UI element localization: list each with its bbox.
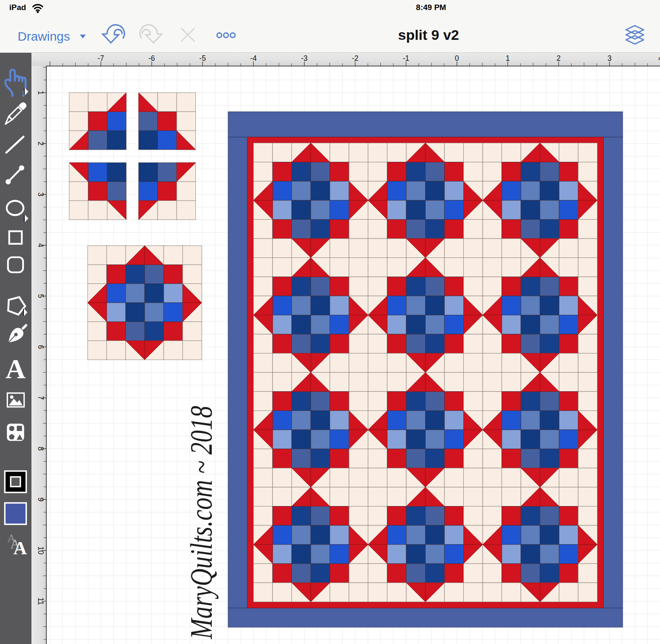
svg-text:5: 5 xyxy=(36,294,45,298)
svg-text:-7: -7 xyxy=(98,54,104,62)
svg-text:8: 8 xyxy=(36,447,45,451)
svg-text:-1: -1 xyxy=(403,54,410,62)
svg-text:7: 7 xyxy=(36,396,45,400)
svg-text:A: A xyxy=(5,353,26,384)
svg-text:10: 10 xyxy=(36,546,45,555)
svg-text:3: 3 xyxy=(36,192,45,197)
svg-text:1: 1 xyxy=(506,54,510,62)
svg-text:3: 3 xyxy=(608,54,612,62)
svg-text:0: 0 xyxy=(455,54,459,62)
svg-text:A: A xyxy=(13,538,27,558)
svg-text:9: 9 xyxy=(36,498,45,502)
svg-text:-6: -6 xyxy=(148,54,155,62)
svg-text:2: 2 xyxy=(36,141,45,145)
svg-text:1: 1 xyxy=(36,91,45,95)
svg-text:-3: -3 xyxy=(301,54,308,62)
svg-text:MaryQuilts.com ~ 2018: MaryQuilts.com ~ 2018 xyxy=(184,406,219,639)
svg-text:4: 4 xyxy=(36,243,45,247)
svg-text:-5: -5 xyxy=(199,54,206,62)
svg-text:4: 4 xyxy=(658,54,660,62)
svg-text:2: 2 xyxy=(556,54,561,62)
svg-text:-2: -2 xyxy=(352,54,359,62)
svg-text:-4: -4 xyxy=(250,54,257,62)
svg-text:6: 6 xyxy=(36,345,45,349)
svg-text:11: 11 xyxy=(36,597,45,605)
